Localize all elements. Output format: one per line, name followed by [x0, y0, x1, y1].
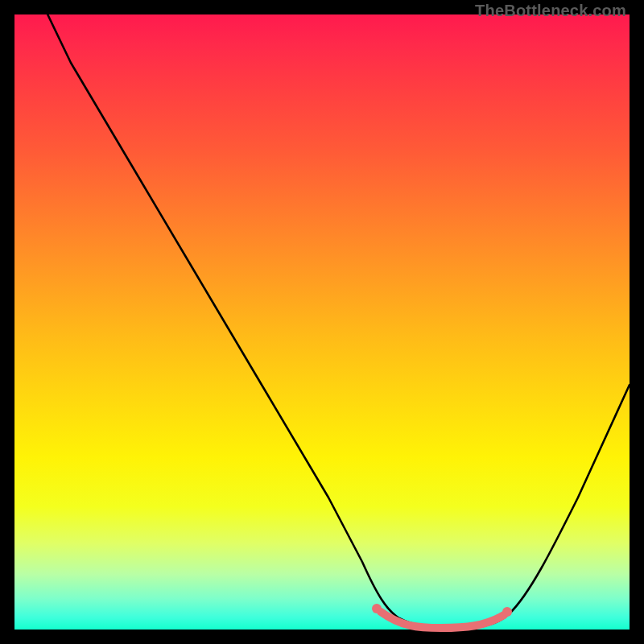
optimal-range-end-dot — [502, 607, 512, 617]
watermark-text: TheBottleneck.com — [475, 2, 626, 20]
bottleneck-curve-line — [32, 0, 630, 628]
chart-svg — [14, 14, 630, 630]
optimal-range-highlight — [381, 612, 504, 628]
chart-container — [14, 14, 630, 630]
optimal-range-start-dot — [372, 604, 382, 613]
